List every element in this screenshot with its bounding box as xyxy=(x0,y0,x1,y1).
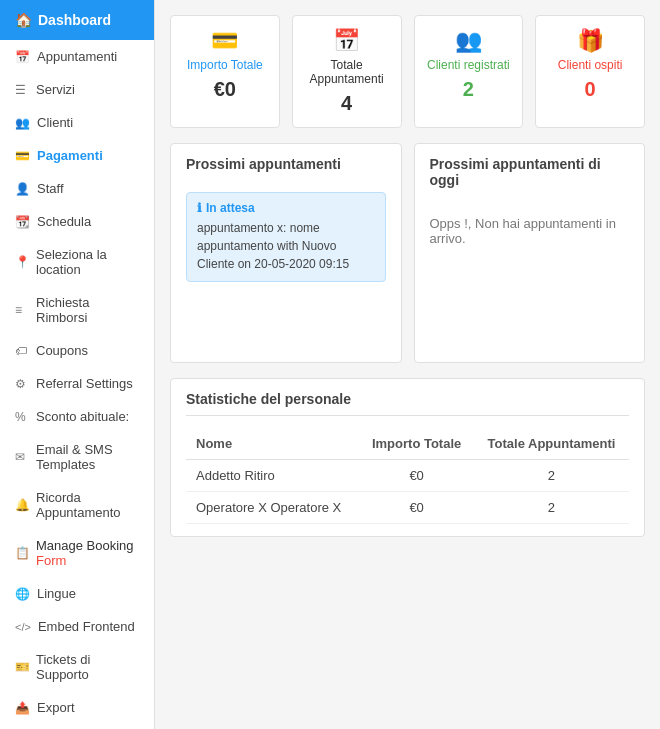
cell-importo: €0 xyxy=(359,460,474,492)
sidebar-item-label: Servizi xyxy=(36,82,75,97)
cell-totale: 2 xyxy=(474,492,629,524)
importo-icon: 💳 xyxy=(211,28,238,54)
appointment-desc: appuntamento x: nome appuntamento with N… xyxy=(197,219,375,273)
list-icon: ☰ xyxy=(15,83,29,97)
ticket-icon: 🎫 xyxy=(15,660,29,674)
sidebar-item-booking-form[interactable]: 📋 Manage Booking Form xyxy=(0,529,154,577)
gear-icon: ⚙ xyxy=(15,377,29,391)
table-row: Operatore X Operatore X €0 2 xyxy=(186,492,629,524)
sidebar-item-referral[interactable]: ⚙ Referral Settings xyxy=(0,367,154,400)
sidebar-item-rimborsi[interactable]: ≡ Richiesta Rimborsi xyxy=(0,286,154,334)
sidebar-item-label: Lingue xyxy=(37,586,76,601)
globe-icon: 🌐 xyxy=(15,587,30,601)
col-totale: Totale Appuntamenti xyxy=(474,428,629,460)
users-icon: 👥 xyxy=(15,116,30,130)
sidebar: 🏠 Dashboard 📅 Appuntamenti ☰ Servizi 👥 C… xyxy=(0,0,155,729)
col-nome: Nome xyxy=(186,428,359,460)
cell-importo: €0 xyxy=(359,492,474,524)
sidebar-item-pagamenti[interactable]: 💳 Pagamenti xyxy=(0,139,154,172)
panels-row: Prossimi appuntamenti ℹ In attesa appunt… xyxy=(170,143,645,363)
importo-value: €0 xyxy=(214,78,236,101)
sidebar-item-label: Sconto abituale: xyxy=(36,409,129,424)
appuntamenti-icon: 📅 xyxy=(333,28,360,54)
stat-card-ospiti: 🎁 Clienti ospiti 0 xyxy=(535,15,645,128)
percent-icon: % xyxy=(15,410,29,424)
person-icon: 👤 xyxy=(15,182,30,196)
code-icon: </> xyxy=(15,621,31,633)
dashboard-icon: 🏠 xyxy=(15,12,32,28)
sidebar-item-clienti[interactable]: 👥 Clienti xyxy=(0,106,154,139)
sidebar-item-label: Pagamenti xyxy=(37,148,103,163)
email-icon: ✉ xyxy=(15,450,29,464)
sidebar-item-staff[interactable]: 👤 Staff xyxy=(0,172,154,205)
sidebar-item-embed[interactable]: </> Embed Frontend xyxy=(0,610,154,643)
schedula-icon: 📆 xyxy=(15,215,30,229)
sidebar-item-label: Ricorda Appuntamento xyxy=(36,490,139,520)
stats-row: 💳 Importo Totale €0 📅 Totale Appuntament… xyxy=(170,15,645,128)
sidebar-item-label: Email & SMS Templates xyxy=(36,442,139,472)
sidebar-item-email-sms[interactable]: ✉ Email & SMS Templates xyxy=(0,433,154,481)
sidebar-item-label: Clienti xyxy=(37,115,73,130)
appuntamenti-label: Totale Appuntamenti xyxy=(303,58,391,86)
sidebar-item-tickets[interactable]: 🎫 Tickets di Supporto xyxy=(0,643,154,691)
registrati-label: Clienti registrati xyxy=(427,58,510,72)
table-row: Addetto Ritiro €0 2 xyxy=(186,460,629,492)
location-icon: 📍 xyxy=(15,255,29,269)
bell-icon: 🔔 xyxy=(15,498,29,512)
prossimi-panel: Prossimi appuntamenti ℹ In attesa appunt… xyxy=(170,143,402,363)
sidebar-item-label: Referral Settings xyxy=(36,376,133,391)
sidebar-title: Dashboard xyxy=(38,12,111,28)
sidebar-item-label: Coupons xyxy=(36,343,88,358)
sidebar-item-label: Staff xyxy=(37,181,64,196)
statistiche-title: Statistiche del personale xyxy=(186,391,629,416)
cell-totale: 2 xyxy=(474,460,629,492)
stat-card-importo: 💳 Importo Totale €0 xyxy=(170,15,280,128)
table-header-row: Nome Importo Totale Totale Appuntamenti xyxy=(186,428,629,460)
registrati-icon: 👥 xyxy=(455,28,482,54)
ospiti-icon: 🎁 xyxy=(577,28,604,54)
sidebar-item-label: Embed Frontend xyxy=(38,619,135,634)
sidebar-item-schedula[interactable]: 📆 Schedula xyxy=(0,205,154,238)
sidebar-item-label: Richiesta Rimborsi xyxy=(36,295,139,325)
sidebar-item-servizi[interactable]: ☰ Servizi xyxy=(0,73,154,106)
calendar-icon: 📅 xyxy=(15,50,30,64)
sidebar-item-label: Seleziona la location xyxy=(36,247,139,277)
sidebar-item-lingue[interactable]: 🌐 Lingue xyxy=(0,577,154,610)
sidebar-item-label: Schedula xyxy=(37,214,91,229)
sidebar-item-label: Appuntamenti xyxy=(37,49,117,64)
appointment-card: ℹ In attesa appuntamento x: nome appunta… xyxy=(186,192,386,282)
ospiti-label: Clienti ospiti xyxy=(558,58,623,72)
coupon-icon: 🏷 xyxy=(15,344,29,358)
statistiche-panel: Statistiche del personale Nome Importo T… xyxy=(170,378,645,537)
prossimi-oggi-title: Prossimi appuntamenti di oggi xyxy=(430,156,630,196)
cell-nome: Operatore X Operatore X xyxy=(186,492,359,524)
stat-card-registrati: 👥 Clienti registrati 2 xyxy=(414,15,524,128)
sidebar-item-ricorda[interactable]: 🔔 Ricorda Appuntamento xyxy=(0,481,154,529)
sidebar-item-label: Manage Booking Form xyxy=(36,538,139,568)
sidebar-item-label: Export xyxy=(37,700,75,715)
no-appointment-message: Opps !, Non hai appuntamenti in arrivo. xyxy=(430,216,630,246)
card-icon: 💳 xyxy=(15,149,30,163)
main-content: 💳 Importo Totale €0 📅 Totale Appuntament… xyxy=(155,0,660,729)
sidebar-header[interactable]: 🏠 Dashboard xyxy=(0,0,154,40)
form-icon: 📋 xyxy=(15,546,29,560)
col-importo: Importo Totale xyxy=(359,428,474,460)
sidebar-item-coupons[interactable]: 🏷 Coupons xyxy=(0,334,154,367)
cell-nome: Addetto Ritiro xyxy=(186,460,359,492)
prossimi-title: Prossimi appuntamenti xyxy=(186,156,386,180)
sidebar-item-feedback[interactable]: 💬 Feedback xyxy=(0,724,154,729)
importo-label: Importo Totale xyxy=(187,58,263,72)
rimborsi-icon: ≡ xyxy=(15,303,29,317)
prossimi-oggi-panel: Prossimi appuntamenti di oggi Opps !, No… xyxy=(414,143,646,363)
export-icon: 📤 xyxy=(15,701,30,715)
appointment-status: ℹ In attesa xyxy=(197,201,375,215)
sidebar-item-label: Tickets di Supporto xyxy=(36,652,139,682)
sidebar-item-location[interactable]: 📍 Seleziona la location xyxy=(0,238,154,286)
info-icon: ℹ xyxy=(197,201,202,215)
sidebar-item-appuntamenti[interactable]: 📅 Appuntamenti xyxy=(0,40,154,73)
registrati-value: 2 xyxy=(463,78,474,101)
sidebar-item-sconto[interactable]: % Sconto abituale: xyxy=(0,400,154,433)
sidebar-item-export[interactable]: 📤 Export xyxy=(0,691,154,724)
staff-table: Nome Importo Totale Totale Appuntamenti … xyxy=(186,428,629,524)
appuntamenti-value: 4 xyxy=(341,92,352,115)
